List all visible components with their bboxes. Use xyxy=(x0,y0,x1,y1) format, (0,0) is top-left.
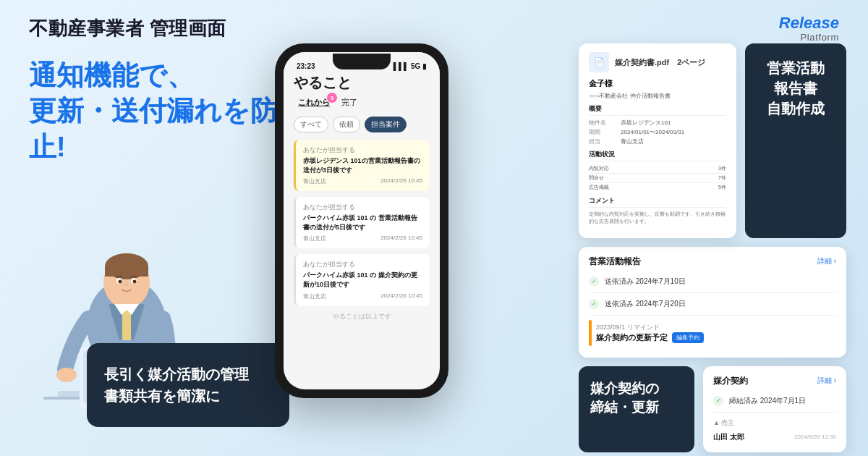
check-icon-1: ✓ xyxy=(589,276,599,287)
phone-time: 23:23 xyxy=(297,62,315,70)
activity-item-2: ✓ 送依済み 2024年7月20日 xyxy=(589,296,836,312)
phone-tabs: これから 3 完了 xyxy=(294,96,430,109)
reminder-badge[interactable]: 編集予約 xyxy=(672,332,704,343)
doc-row-3: 担当 青山支店 xyxy=(589,138,726,145)
contract-dark-line1: 媒介契約の xyxy=(590,379,683,399)
dark-card-left: 長引く媒介活動の管理 書類共有を簡潔に xyxy=(87,343,289,427)
todo-text-2: パークハイム赤坂 101 の 営業活動報告書の送付が5日後です xyxy=(303,214,422,232)
doc-header: 📄 媒介契約書.pdf 2ページ xyxy=(589,52,726,72)
doc-person-name: 金子様 xyxy=(589,78,726,89)
headline-line2: 更新・送付漏れを防止! xyxy=(29,93,304,165)
doc-comment-title: コメント xyxy=(589,196,726,208)
pdf-icon: 📄 xyxy=(589,52,609,72)
contract-check-icon: ✓ xyxy=(713,396,723,406)
doc-activity-title: 活動状況 xyxy=(589,150,726,161)
right-panel: 📄 媒介契約書.pdf 2ページ 金子様 ○○○不動産会社 仲介活動報告書 概要… xyxy=(579,43,846,452)
contract-section: 媒介契約 詳細 › ✓ 締結済み 2024年7月1日 ▲ 売主 山田 太郎 20… xyxy=(703,366,846,452)
reminder-row: 2023/09/1 リマインド 媒介契約の更新予定 編集予約 xyxy=(589,320,836,346)
doc-title: 媒介契約書.pdf 2ページ xyxy=(615,57,705,68)
filter-assigned[interactable]: 担当案件 xyxy=(365,117,407,132)
contract-dark-banner: 媒介契約の 締結・更新 xyxy=(579,366,694,452)
todo-meta-3: 青山支店 2024/2/26 10:45 xyxy=(303,292,422,300)
todo-branch-2: 青山支店 xyxy=(303,235,326,242)
todo-date-3: 2024/2/26 10:45 xyxy=(380,292,422,300)
doc-left-col: 金子様 ○○○不動産会社 仲介活動報告書 概要 物件名 赤坂レジデンス101 期… xyxy=(589,78,726,229)
phone-content: やること これから 3 完了 すべて 依頼 担当案件 あなたが担 xyxy=(284,73,440,321)
reminder-bar xyxy=(589,320,592,346)
contract-title: 媒介契約 xyxy=(713,375,748,387)
seller-name: 山田 太郎 xyxy=(713,432,744,442)
logo-platform: Platform xyxy=(800,32,839,43)
activity-text-2: 送依済み 2024年7月20日 xyxy=(605,299,686,309)
todo-date-1: 2024/2/26 10:45 xyxy=(380,177,422,185)
phone-signal: ▌▌▌ 5G ▮ xyxy=(393,62,427,70)
seller-label: ▲ 売主 xyxy=(713,418,734,428)
divider-2 xyxy=(589,315,836,316)
tab-upcoming[interactable]: これから 3 xyxy=(294,96,334,109)
filter-all[interactable]: すべて xyxy=(294,117,328,132)
right-top-dark-line1: 営業活動報告書 xyxy=(761,58,830,98)
todo-label-2: あなたが担当する xyxy=(303,203,422,212)
reminder-text: 2023/09/1 リマインド xyxy=(596,323,704,332)
todo-meta-1: 青山支店 2024/2/26 10:45 xyxy=(303,177,422,185)
right-top-row: 📄 媒介契約書.pdf 2ページ 金子様 ○○○不動産会社 仲介活動報告書 概要… xyxy=(579,43,846,238)
svg-point-18 xyxy=(56,368,77,382)
svg-point-16 xyxy=(119,280,122,284)
phone-footer: やることは以上です xyxy=(294,312,430,321)
contract-item-text: 締結済み 2024年7月1日 xyxy=(729,396,806,406)
reminder-title-row: 媒介契約の更新予定 編集予約 xyxy=(596,332,704,343)
activity-title: 営業活動報告 xyxy=(589,256,641,268)
doc-row-2: 期間 2024/01/01〜2024/03/31 xyxy=(589,128,726,136)
activity-header: 営業活動報告 詳細 › xyxy=(589,256,836,268)
todo-text-3: パークハイム赤坂 101 の 媒介契約の更新が10日後です xyxy=(303,271,422,289)
todo-card-3[interactable]: あなたが担当する パークハイム赤坂 101 の 媒介契約の更新が10日後です 青… xyxy=(294,254,430,305)
doc-comment-body: 定期的な内覧対応を実施し、反響も順調です。引き続き積極的な広告展開を行います。 xyxy=(589,211,726,225)
doc-preview: 📄 媒介契約書.pdf 2ページ 金子様 ○○○不動産会社 仲介活動報告書 概要… xyxy=(579,43,736,238)
dark-card-line2: 書類共有を簡潔に xyxy=(104,385,272,407)
phone-notch xyxy=(333,54,391,69)
page-title: 不動産事業者 管理画面 xyxy=(29,16,226,41)
doc-section-comment: コメント 定期的な内覧対応を実施し、反響も順調です。引き続き積極的な広告展開を行… xyxy=(589,196,726,225)
activity-item-1: ✓ 送依済み 2024年7月10日 xyxy=(589,274,836,290)
phone-screen: 23:23 ▌▌▌ 5G ▮ やること これから 3 完了 xyxy=(284,52,440,389)
tab-done[interactable]: 完了 xyxy=(337,96,362,109)
headline-line1: 通知機能で、 xyxy=(29,58,304,93)
activity-section: 営業活動報告 詳細 › ✓ 送依済み 2024年7月10日 ✓ 送依済み 202… xyxy=(579,247,846,358)
contract-link[interactable]: 詳細 › xyxy=(817,376,836,386)
svg-point-17 xyxy=(133,280,137,284)
seller-info-row: 山田 太郎 2024/8/20 12:30 xyxy=(713,431,836,444)
svg-rect-13 xyxy=(105,266,148,276)
activity-text-1: 送依済み 2024年7月10日 xyxy=(605,276,686,287)
todo-card-1[interactable]: あなたが担当する 赤坂レジデンス 101の営業活動報告書の送付が3日後です 青山… xyxy=(294,140,430,191)
doc-section-activity: 活動状況 内覧対応3件 問合せ7件 広告掲載5件 xyxy=(589,150,726,192)
filter-row: すべて 依頼 担当案件 xyxy=(294,117,430,132)
contract-list: 媒介契約 詳細 › ✓ 締結済み 2024年7月1日 ▲ 売主 山田 太郎 20… xyxy=(703,366,846,452)
doc-row-1: 物件名 赤坂レジデンス101 xyxy=(589,119,726,127)
todo-meta-2: 青山支店 2024/2/26 10:45 xyxy=(303,235,422,242)
filter-request[interactable]: 依頼 xyxy=(333,117,360,132)
hero-headline: 通知機能で、 更新・送付漏れを防止! xyxy=(29,58,304,165)
reminder-content: 2023/09/1 リマインド 媒介契約の更新予定 編集予約 xyxy=(596,323,704,343)
header: 不動産事業者 管理画面 Release Platform xyxy=(29,14,839,43)
logo-area: Release Platform xyxy=(779,14,839,43)
phone-screen-title: やること xyxy=(294,73,430,93)
bottom-row: 媒介契約の 締結・更新 媒介契約 詳細 › ✓ 締結済み 2024年7月1日 ▲… xyxy=(579,366,846,452)
upcoming-badge: 3 xyxy=(327,93,337,103)
todo-label-1: あなたが担当する xyxy=(303,145,422,155)
phone-mockup: 23:23 ▌▌▌ 5G ▮ やること これから 3 完了 xyxy=(275,43,448,398)
seller-timestamp: 2024/8/20 12:30 xyxy=(794,434,836,440)
todo-card-2[interactable]: あなたが担当する パークハイム赤坂 101 の 営業活動報告書の送付が5日後です… xyxy=(294,197,430,248)
contract-dark-line2: 締結・更新 xyxy=(590,398,683,418)
doc-company: ○○○不動産会社 仲介活動報告書 xyxy=(589,92,726,100)
activity-link[interactable]: 詳細 › xyxy=(817,256,836,266)
right-top-dark-banner: 営業活動報告書 自動作成 xyxy=(745,43,846,238)
seller-row: ▲ 売主 xyxy=(713,415,836,431)
divider-1 xyxy=(589,292,836,293)
doc-body: 金子様 ○○○不動産会社 仲介活動報告書 概要 物件名 赤坂レジデンス101 期… xyxy=(589,78,726,229)
todo-date-2: 2024/2/26 10:45 xyxy=(380,235,422,242)
todo-label-3: あなたが担当する xyxy=(303,260,422,269)
reminder-title: 媒介契約の更新予定 xyxy=(596,332,668,343)
todo-branch-3: 青山支店 xyxy=(303,292,326,300)
todo-branch-1: 青山支店 xyxy=(303,177,326,185)
contract-item-1: ✓ 締結済み 2024年7月1日 xyxy=(713,393,836,409)
